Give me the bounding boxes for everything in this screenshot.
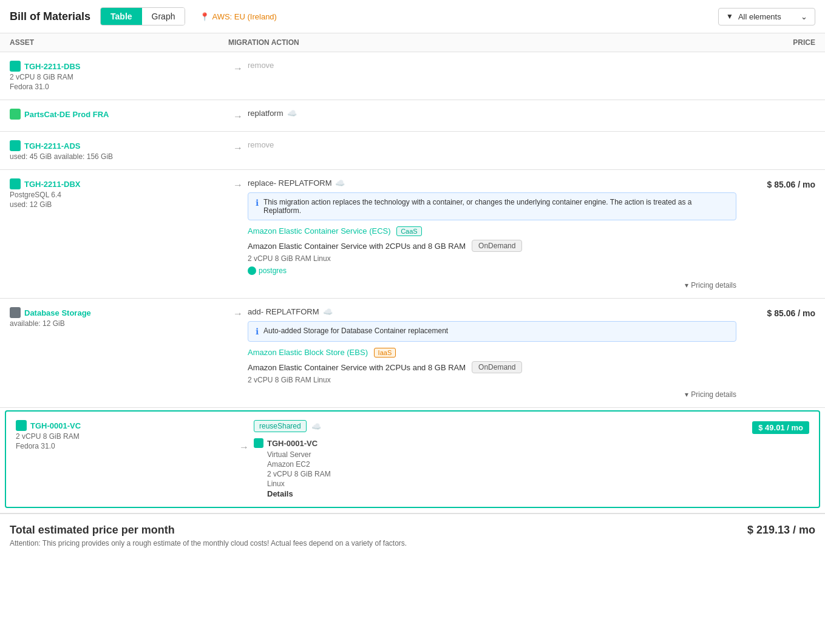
arrow-icon: →: [228, 109, 248, 122]
asset-meta-available: available: 12 GiB: [10, 319, 228, 328]
reuse-sub-type: Virtual Server: [267, 450, 730, 459]
header: Bill of Materials Table Graph 📍 AWS: EU …: [0, 0, 825, 33]
service-specs: 2 vCPU 8 GiB RAM Linux: [248, 376, 736, 384]
asset-icon: [10, 178, 21, 189]
table-row: TGH-2211-DBX PostgreSQL 6.4 used: 12 GiB…: [0, 170, 825, 299]
asset-icon: [10, 109, 21, 120]
reuse-sub-specs: 2 vCPU 8 GiB RAM: [267, 470, 730, 478]
action-cell: remove: [248, 140, 736, 149]
asset-meta-storage: used: 45 GiB available: 156 GiB: [10, 152, 228, 161]
asset-name-link[interactable]: TGH-2211-DBX: [10, 178, 228, 189]
tab-group: Table Graph: [100, 7, 185, 25]
asset-meta-specs: 2 vCPU 8 GiB RAM: [10, 73, 228, 81]
table-row: TGH-0001-VC 2 vCPU 8 GiB RAM Fedora 31.0…: [5, 410, 820, 508]
postgres-link[interactable]: postgres: [248, 266, 736, 275]
arrow-icon: →: [228, 61, 248, 74]
pricing-details-link[interactable]: ▾ Pricing details: [248, 390, 736, 399]
on-demand-badge: OnDemand: [472, 361, 522, 373]
page-title: Bill of Materials: [10, 10, 90, 23]
info-box: ℹ This migration action replaces the tec…: [248, 192, 736, 220]
action-cell: replace- REPLATFORM ☁️ ℹ This migration …: [248, 178, 736, 290]
asset-meta-db: PostgreSQL 6.4: [10, 191, 228, 199]
footer-price: $ 219.13 / mo: [747, 524, 815, 537]
location-selector[interactable]: 📍 AWS: EU (Ireland): [200, 12, 276, 21]
asset-icon: [10, 307, 21, 318]
service-desc: Amazon Elastic Container Service with 2C…: [248, 240, 736, 252]
table-row: TGH-2211-ADS used: 45 GiB available: 156…: [0, 132, 825, 170]
footer-title: Total estimated price per month: [10, 524, 407, 537]
action-badge-reuse: reuseShared: [254, 420, 307, 432]
location-pin-icon: 📍: [200, 12, 209, 21]
asset-meta-specs: 2 vCPU 8 GiB RAM: [16, 432, 234, 441]
arrow-icon: →: [228, 307, 248, 319]
service-desc: Amazon Elastic Container Service with 2C…: [248, 361, 736, 373]
service-name: Amazon Elastic Block Store (EBS): [248, 348, 368, 357]
asset-meta-used: used: 12 GiB: [10, 200, 228, 209]
price-badge: $ 49.01 / mo: [752, 421, 809, 434]
action-cell: reuseShared ☁️ TGH-0001-VC Virtual Serve…: [254, 420, 730, 498]
reuse-item-header: TGH-0001-VC: [254, 438, 730, 448]
action-cell: add- REPLATFORM ☁️ ℹ Auto-added Storage …: [248, 307, 736, 399]
asset-cell: Database Storage available: 12 GiB: [10, 307, 228, 328]
asset-meta-os: Fedora 31.0: [16, 442, 234, 450]
cloud-icon: ☁️: [323, 307, 333, 316]
tab-graph[interactable]: Graph: [142, 8, 185, 25]
tab-table[interactable]: Table: [101, 8, 142, 25]
asset-cell: PartsCat-DE Prod FRA: [10, 109, 228, 120]
action-label-remove: remove: [248, 61, 274, 70]
asset-cell: TGH-2211-DBX PostgreSQL 6.4 used: 12 GiB: [10, 178, 228, 209]
price-cell: $ 85.06 / mo: [736, 178, 815, 189]
asset-icon: [16, 420, 27, 431]
price-cell: [736, 61, 815, 62]
asset-cell: TGH-2211-ADS used: 45 GiB available: 156…: [10, 140, 228, 161]
info-text: Auto-added Storage for Database Containe…: [263, 327, 448, 335]
col-header-price: Price: [736, 38, 815, 47]
cloud-icon: ☁️: [311, 422, 321, 431]
footer: Total estimated price per month Attentio…: [0, 513, 825, 557]
chevron-down-icon: ▾: [685, 281, 688, 290]
filter-label: All elements: [738, 12, 796, 21]
footer-row: Total estimated price per month Attentio…: [10, 524, 815, 547]
service-specs: 2 vCPU 8 GiB RAM Linux: [248, 254, 736, 263]
reuse-sub-provider: Amazon EC2: [267, 460, 730, 469]
action-label-replace: replace- REPLATFORM ☁️: [248, 178, 736, 188]
asset-name-link[interactable]: TGH-2211-DBS: [10, 61, 228, 72]
on-demand-badge: OnDemand: [472, 240, 522, 252]
asset-icon: [10, 61, 21, 72]
table-row: Database Storage available: 12 GiB → add…: [0, 299, 825, 408]
filter-dropdown[interactable]: ▼ All elements ⌄: [718, 8, 815, 25]
col-header-action: Migration action: [228, 38, 736, 47]
filter-icon: ▼: [726, 12, 733, 21]
service-tag-caas: CaaS: [396, 226, 422, 236]
action-label-replatform: replatform ☁️: [248, 109, 736, 118]
info-icon: ℹ: [256, 198, 259, 208]
col-header-asset: Asset: [10, 38, 228, 47]
info-icon: ℹ: [256, 327, 259, 336]
reuse-sub-os: Linux: [267, 480, 730, 488]
info-text: This migration action replaces the techn…: [263, 198, 728, 215]
asset-name-link[interactable]: TGH-0001-VC: [16, 420, 234, 431]
asset-name-link[interactable]: Database Storage: [10, 307, 228, 318]
table-row: TGH-2211-DBS 2 vCPU 8 GiB RAM Fedora 31.…: [0, 52, 825, 100]
reuse-asset-icon: [254, 438, 263, 448]
service-tag-iaas: IaaS: [374, 348, 396, 358]
asset-cell: TGH-0001-VC 2 vCPU 8 GiB RAM Fedora 31.0: [16, 420, 234, 450]
reuse-detail: TGH-0001-VC Virtual Server Amazon EC2 2 …: [254, 438, 730, 498]
location-text: AWS: EU (Ireland): [212, 12, 276, 21]
arrow-icon: →: [234, 420, 254, 453]
postgres-icon: [248, 266, 256, 275]
details-link[interactable]: Details: [267, 489, 730, 498]
column-headers: Asset Migration action Price: [0, 33, 825, 52]
asset-cell: TGH-2211-DBS 2 vCPU 8 GiB RAM Fedora 31.…: [10, 61, 228, 91]
cloud-icon: ☁️: [287, 109, 297, 118]
price-cell: $ 85.06 / mo: [736, 307, 815, 318]
pricing-details-link[interactable]: ▾ Pricing details: [248, 281, 736, 290]
asset-name-link[interactable]: TGH-2211-ADS: [10, 140, 228, 151]
action-cell: remove: [248, 61, 736, 70]
asset-name-link[interactable]: PartsCat-DE Prod FRA: [10, 109, 228, 120]
page: Bill of Materials Table Graph 📍 AWS: EU …: [0, 0, 825, 644]
cloud-icon: ☁️: [335, 178, 345, 188]
table-row: PartsCat-DE Prod FRA → replatform ☁️: [0, 100, 825, 132]
chevron-down-icon: ⌄: [801, 12, 807, 21]
asset-meta-os: Fedora 31.0: [10, 83, 228, 91]
